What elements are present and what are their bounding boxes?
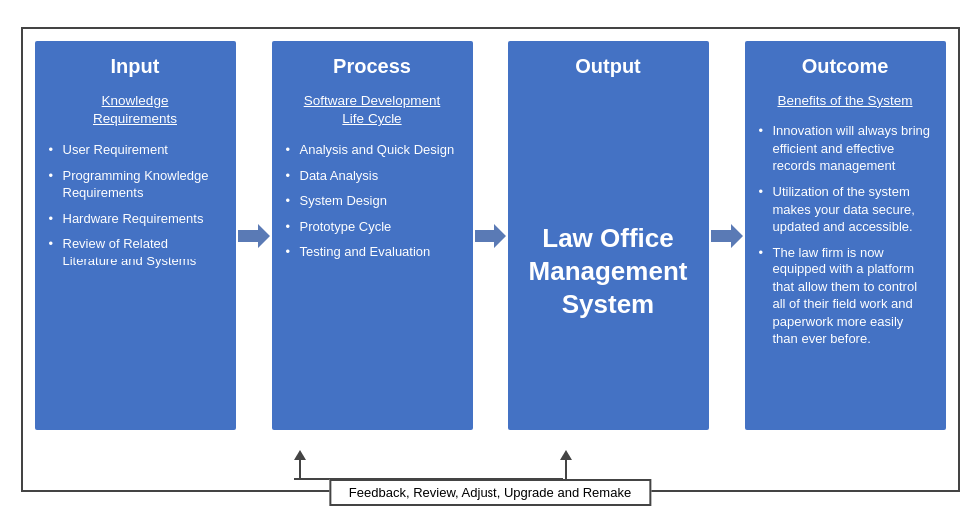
outcome-column: Outcome Benefits of the System Innovatio… (745, 41, 946, 430)
list-item: Programming Knowledge Requirements (49, 167, 222, 202)
arrow-2 (473, 41, 508, 430)
process-column: Process Software DevelopmentLife Cycle A… (272, 41, 473, 430)
list-item: Data Analysis (286, 167, 459, 185)
outcome-title: Outcome (759, 55, 932, 78)
outcome-subtitle: Benefits of the System (759, 92, 932, 111)
process-list: Analysis and Quick Design Data Analysis … (286, 141, 459, 260)
output-center: Law OfficeManagementSystem (522, 92, 695, 453)
arrow-1 (236, 41, 272, 430)
list-item: Testing and Evaluation (286, 243, 459, 260)
list-item: The law firm is now equipped with a plat… (759, 244, 932, 348)
arrow-3 (709, 41, 745, 430)
list-item: Analysis and Quick Design (286, 141, 459, 159)
svg-marker-2 (711, 224, 743, 248)
input-title: Input (49, 55, 222, 78)
input-list: User Requirement Programming Knowledge R… (49, 141, 222, 269)
list-item: System Design (286, 192, 459, 210)
feedback-area: Feedback, Review, Adjust, Upgrade and Re… (23, 440, 958, 480)
list-item: User Requirement (49, 141, 222, 159)
feedback-arrow-process (294, 450, 306, 480)
list-item: Hardware Requirements (49, 210, 222, 228)
list-item: Innovation will always bring efficient a… (759, 122, 932, 175)
process-subtitle: Software DevelopmentLife Cycle (286, 92, 459, 130)
input-column: Input KnowledgeRequirements User Require… (35, 41, 236, 430)
list-item: Prototype Cycle (286, 218, 459, 236)
process-title: Process (286, 55, 459, 78)
list-item: Utilization of the system makes your dat… (759, 183, 932, 236)
input-subtitle: KnowledgeRequirements (49, 92, 222, 130)
svg-marker-1 (475, 224, 506, 248)
diagram-wrapper: Input KnowledgeRequirements User Require… (21, 27, 960, 492)
output-column: Output Law OfficeManagementSystem (508, 41, 709, 430)
output-title: Output (522, 55, 695, 78)
feedback-arrow-output (560, 450, 572, 480)
columns-row: Input KnowledgeRequirements User Require… (35, 41, 946, 430)
outcome-list: Innovation will always bring efficient a… (759, 122, 932, 348)
svg-marker-0 (238, 224, 270, 248)
output-main-text: Law OfficeManagementSystem (529, 222, 688, 322)
feedback-label: Feedback, Review, Adjust, Upgrade and Re… (329, 479, 651, 506)
list-item: Review of Related Literature and Systems (49, 235, 222, 269)
